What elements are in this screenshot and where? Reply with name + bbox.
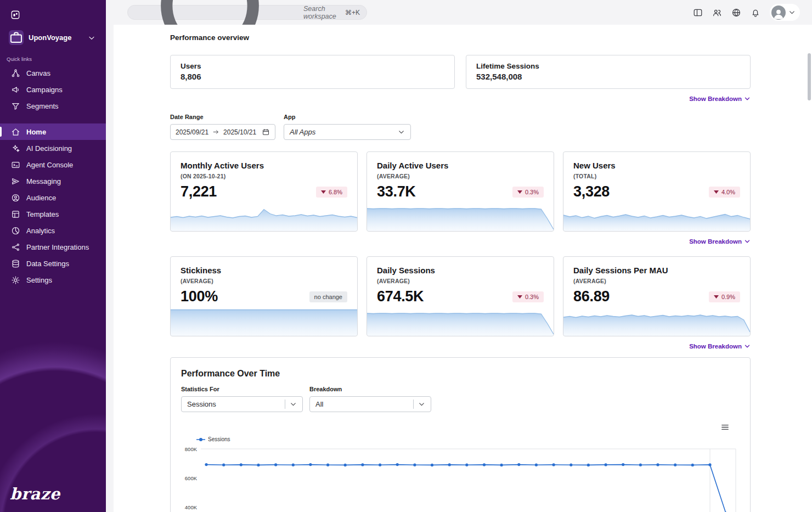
date-end: 2025/10/21 xyxy=(223,128,256,136)
statistics-for-label: Statistics For xyxy=(181,386,303,392)
side-panel-icon[interactable] xyxy=(693,8,703,18)
performance-over-time-card: Performance Over Time Statistics For Ses… xyxy=(170,357,751,512)
date-range-filter: Date Range 2025/09/21 2025/10/21 xyxy=(170,114,275,140)
chart-legend[interactable]: Sessions xyxy=(196,436,740,442)
workspace-switcher[interactable]: UponVoyage xyxy=(5,27,100,48)
main-column: Search workspace ⌘+K Performance overvie… xyxy=(106,0,812,512)
stat-card: Users8,806 xyxy=(170,55,455,89)
metric-subtitle: (AVERAGE) xyxy=(377,173,544,179)
sparkline-chart xyxy=(563,204,750,231)
metric-row-1: Monthly Active Users(ON 2025-10-21)7,221… xyxy=(170,151,751,232)
messaging-icon xyxy=(11,177,20,186)
sidebar-item-analytics[interactable]: Analytics xyxy=(0,222,106,239)
metric-value: 86.89 xyxy=(573,288,610,305)
quick-links: CanvasCampaignsSegments xyxy=(0,65,106,114)
search-input[interactable]: Search workspace ⌘+K xyxy=(127,5,367,20)
notifications-bell-icon[interactable] xyxy=(751,8,760,18)
show-breakdown-link[interactable]: Show Breakdown xyxy=(689,238,751,245)
show-breakdown-label: Show Breakdown xyxy=(689,238,742,245)
briefcase-icon xyxy=(9,30,24,45)
metric-card-new-users: New Users(TOTAL)3,3284.0% xyxy=(563,151,751,232)
breakdown-label: Breakdown xyxy=(309,386,431,392)
avatar xyxy=(771,5,786,20)
topbar: Search workspace ⌘+K xyxy=(106,0,812,25)
agent-console-icon xyxy=(11,160,20,170)
statistics-for-select[interactable]: Sessions xyxy=(181,396,303,412)
app-select[interactable]: All Apps xyxy=(284,124,411,140)
search-placeholder: Search workspace xyxy=(303,5,341,20)
sidebar-item-data-settings[interactable]: Data Settings xyxy=(0,255,106,272)
svg-text:600K: 600K xyxy=(185,475,198,481)
audience-icon xyxy=(11,193,20,202)
analytics-icon xyxy=(11,226,20,235)
app-filter-label: App xyxy=(284,114,411,120)
metric-subtitle: (TOTAL) xyxy=(573,173,740,179)
braze-mark-icon[interactable] xyxy=(10,10,20,20)
sparkline-chart xyxy=(171,204,357,231)
stat-row: Users8,806Lifetime Sessions532,548,008 xyxy=(170,55,751,89)
sidebar-item-audience[interactable]: Audience xyxy=(0,189,106,206)
date-start: 2025/09/21 xyxy=(176,128,208,136)
canvas-icon xyxy=(11,69,20,78)
delta-badge: 0.3% xyxy=(512,291,544,302)
metric-card-stickiness: Stickiness(AVERAGE)100%no change xyxy=(170,256,358,336)
metric-title: Daily Sessions Per MAU xyxy=(573,266,740,275)
page-title: Performance overview xyxy=(170,33,751,42)
sessions-line-chart: 800K600K400K xyxy=(181,446,740,512)
nav-divider-gap xyxy=(0,114,106,123)
sidebar-item-canvas[interactable]: Canvas xyxy=(0,65,106,81)
account-menu[interactable] xyxy=(770,4,800,21)
home-icon xyxy=(11,127,20,137)
statistics-for-value: Sessions xyxy=(187,400,216,408)
sidebar-item-messaging[interactable]: Messaging xyxy=(0,173,106,189)
chevron-down-icon xyxy=(418,400,426,408)
sparkline-chart xyxy=(171,308,357,336)
segments-icon xyxy=(11,102,20,111)
triangle-down-icon xyxy=(321,190,326,194)
sparkline xyxy=(367,308,554,336)
scrollbar-thumb[interactable] xyxy=(808,53,811,100)
chart-menu-icon[interactable] xyxy=(720,423,730,432)
metric-value: 7,221 xyxy=(181,183,217,200)
breakdown-select[interactable]: All xyxy=(309,396,431,412)
show-breakdown-link[interactable]: Show Breakdown xyxy=(689,343,751,350)
metric-subtitle: (AVERAGE) xyxy=(377,278,544,284)
sidebar-item-agent-console[interactable]: Agent Console xyxy=(0,156,106,173)
svg-text:800K: 800K xyxy=(185,446,198,452)
chevron-down-icon xyxy=(788,8,796,16)
calendar-icon xyxy=(262,128,270,136)
braze-logo: braze xyxy=(10,485,60,503)
people-icon[interactable] xyxy=(712,8,722,18)
sidebar-item-label: Messaging xyxy=(26,177,61,185)
sidebar-item-home[interactable]: Home xyxy=(0,123,106,140)
globe-icon[interactable] xyxy=(731,8,741,18)
sidebar-item-label: AI Decisioning xyxy=(26,144,72,153)
metric-value: 3,328 xyxy=(573,183,610,200)
sparkline-chart xyxy=(563,308,750,336)
sparkline-chart xyxy=(367,308,554,336)
sidebar-item-label: Data Settings xyxy=(26,260,69,268)
sidebar-item-partner-integrations[interactable]: Partner Integrations xyxy=(0,239,106,255)
chevron-down-icon xyxy=(744,95,751,102)
breakdown-value: All xyxy=(315,400,323,408)
sidebar-item-settings[interactable]: Settings xyxy=(0,272,106,288)
filters-bar: Date Range 2025/09/21 2025/10/21 App All… xyxy=(170,114,751,140)
metric-card-daily-sessions: Daily Sessions(AVERAGE)674.5K0.3% xyxy=(366,256,554,336)
stat-label: Users xyxy=(181,62,444,70)
date-range-picker[interactable]: 2025/09/21 2025/10/21 xyxy=(170,124,275,140)
sidebar-item-ai-decisioning[interactable]: AI Decisioning xyxy=(0,140,106,156)
sidebar-item-label: Home xyxy=(26,128,46,136)
sidebar-item-label: Analytics xyxy=(26,227,55,235)
chevron-down-icon xyxy=(397,128,405,136)
metric-card-monthly-active-users: Monthly Active Users(ON 2025-10-21)7,221… xyxy=(170,151,358,232)
quick-links-label: Quick links xyxy=(7,56,106,62)
sidebar-item-templates[interactable]: Templates xyxy=(0,206,106,222)
sidebar-item-label: Segments xyxy=(26,102,59,110)
show-breakdown-label: Show Breakdown xyxy=(689,343,742,350)
sidebar-item-segments[interactable]: Segments xyxy=(0,98,106,114)
app-filter: App All Apps xyxy=(284,114,411,140)
sidebar-item-campaigns[interactable]: Campaigns xyxy=(0,81,106,98)
show-breakdown-link[interactable]: Show Breakdown xyxy=(689,95,751,102)
metric-title: Daily Active Users xyxy=(377,161,544,170)
delta-badge: 0.9% xyxy=(709,291,740,302)
